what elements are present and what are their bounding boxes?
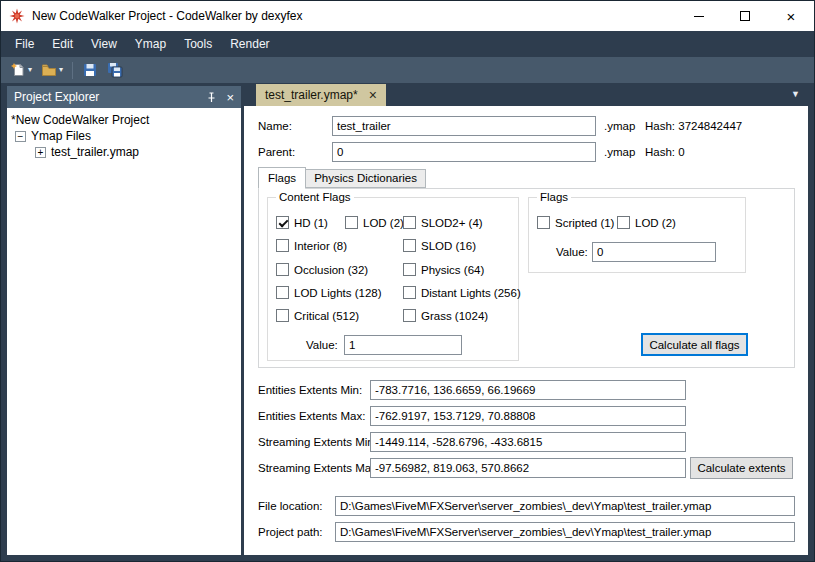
parent-hash-label: Hash: 0 [645,146,685,158]
content-flags-group-title: Content Flags [276,191,354,203]
calculate-all-flags-button[interactable]: Calculate all flags [641,333,748,356]
save-all-icon [107,62,123,78]
menu-ymap[interactable]: Ymap [126,32,175,56]
tree-collapse-icon[interactable]: − [15,131,26,142]
tree-item-test-trailer-ymap[interactable]: + test_trailer.ymap [7,144,241,160]
checkbox-box [537,216,550,229]
entities-extents-min-label: Entities Extents Min: [258,384,362,396]
checkbox-flags-lod[interactable]: LOD (2) [617,215,676,230]
entities-extents-min-input[interactable] [370,380,686,400]
project-path-label: Project path: [258,526,323,538]
entities-extents-max-input[interactable] [370,406,686,426]
window-title: New CodeWalker Project - CodeWalker by d… [32,9,303,23]
streaming-extents-max-input[interactable] [370,458,686,478]
name-label: Name: [258,120,292,132]
app-window: New CodeWalker Project - CodeWalker by d… [0,0,815,562]
save-icon [82,62,98,78]
checkbox-lod-lights[interactable]: LOD Lights (128) [276,285,382,300]
checkbox-slod[interactable]: SLOD (16) [403,238,476,253]
tab-physics-dictionaries-label: Physics Dictionaries [314,172,417,184]
checkbox-box [276,286,289,299]
checkbox-lod[interactable]: LOD (2) [345,215,404,230]
project-path-input[interactable] [335,522,795,542]
tree-item-label: test_trailer.ymap [51,145,139,159]
menu-tools[interactable]: Tools [175,32,221,56]
flags-group-title: Flags [537,191,571,203]
tab-physics-dictionaries[interactable]: Physics Dictionaries [305,169,426,188]
checkbox-box [345,216,358,229]
new-file-icon [10,62,26,78]
tab-test-trailer-ymap[interactable]: test_trailer.ymap* × [256,84,386,106]
new-project-button[interactable]: ▾ [6,59,36,81]
save-button[interactable] [78,59,102,81]
tab-flags[interactable]: Flags [258,167,306,189]
content-flags-value-label: Value: [306,339,338,351]
open-button[interactable]: ▾ [37,59,67,81]
app-icon [9,8,25,24]
checkbox-box [403,239,416,252]
menu-view[interactable]: View [82,32,126,56]
checkbox-occlusion[interactable]: Occlusion (32) [276,262,368,277]
save-all-button[interactable] [103,59,127,81]
checkbox-scripted[interactable]: Scripted (1) [537,215,614,230]
tree-item-ymap-files[interactable]: − Ymap Files [7,128,241,144]
tree-expand-icon[interactable]: + [35,147,46,158]
file-location-input[interactable] [335,496,795,516]
checkbox-label: SLOD2+ (4) [421,217,483,229]
panel-close-icon[interactable]: × [226,91,234,104]
content-flags-group: Content Flags HD (1) LOD (2) SLOD2+ (4) [267,197,519,361]
editor-sub-tabs: Flags Physics Dictionaries [258,166,425,188]
streaming-extents-min-input[interactable] [370,432,686,452]
content-flags-value-input[interactable] [344,335,462,355]
name-input[interactable] [332,116,596,136]
checkbox-critical[interactable]: Critical (512) [276,308,359,323]
checkbox-label: Distant Lights (256) [421,287,521,299]
title-bar: New CodeWalker Project - CodeWalker by d… [1,1,814,31]
parent-label: Parent: [258,146,295,158]
checkbox-label: Physics (64) [421,264,484,276]
tree-item-project-root[interactable]: *New CodeWalker Project [7,112,241,128]
chevron-down-icon: ▾ [28,66,32,74]
project-explorer-header: Project Explorer × [7,86,241,108]
flags-value-input[interactable] [592,242,716,262]
menu-file[interactable]: File [6,32,43,56]
close-button[interactable]: × [768,1,814,31]
checkbox-label: Critical (512) [294,310,359,322]
checkbox-label: LOD Lights (128) [294,287,382,299]
parent-input[interactable] [332,142,596,162]
tree-item-label: Ymap Files [31,129,91,143]
flags-group: Flags Scripted (1) LOD (2) Value: [528,197,746,273]
menu-edit[interactable]: Edit [43,32,82,56]
toolbar-separator [72,62,73,79]
checkbox-box [617,216,630,229]
checkbox-hd[interactable]: HD (1) [276,215,328,230]
project-explorer-panel: Project Explorer × *New CodeWalker Proje… [7,86,241,555]
checkbox-label: SLOD (16) [421,240,476,252]
tree-item-label: *New CodeWalker Project [11,113,149,127]
checkbox-label: HD (1) [294,217,328,229]
chevron-down-icon: ▾ [59,66,63,74]
ymap-editor-form: Name: .ymap Hash: 3724842447 Parent: .ym… [244,106,808,555]
open-folder-icon [41,62,57,78]
checkbox-interior[interactable]: Interior (8) [276,238,347,253]
name-ext-label: .ymap [604,120,635,132]
toolbar: ▾ ▾ [1,57,814,83]
checkbox-physics[interactable]: Physics (64) [403,262,484,277]
document-tab-label: test_trailer.ymap* [265,88,358,102]
menu-render[interactable]: Render [221,32,278,56]
checkbox-distant-lights[interactable]: Distant Lights (256) [403,285,521,300]
pin-icon[interactable] [206,92,217,103]
tab-list-dropdown-icon[interactable]: ▼ [791,90,800,99]
flags-value-label: Value: [556,246,588,258]
tab-flags-label: Flags [268,172,296,184]
flags-tab-panel: Content Flags HD (1) LOD (2) SLOD2+ (4) [258,188,795,368]
streaming-extents-min-label: Streaming Extents Min: [258,436,377,448]
calculate-extents-button[interactable]: Calculate extents [690,457,793,479]
minimize-button[interactable] [676,1,722,31]
editor-panel: test_trailer.ymap* × ▼ Name: .ymap Hash:… [244,84,808,555]
project-explorer-title: Project Explorer [14,90,206,104]
checkbox-slod2[interactable]: SLOD2+ (4) [403,215,483,230]
tab-close-icon[interactable]: × [369,88,377,102]
maximize-button[interactable] [722,1,768,31]
checkbox-grass[interactable]: Grass (1024) [403,308,488,323]
